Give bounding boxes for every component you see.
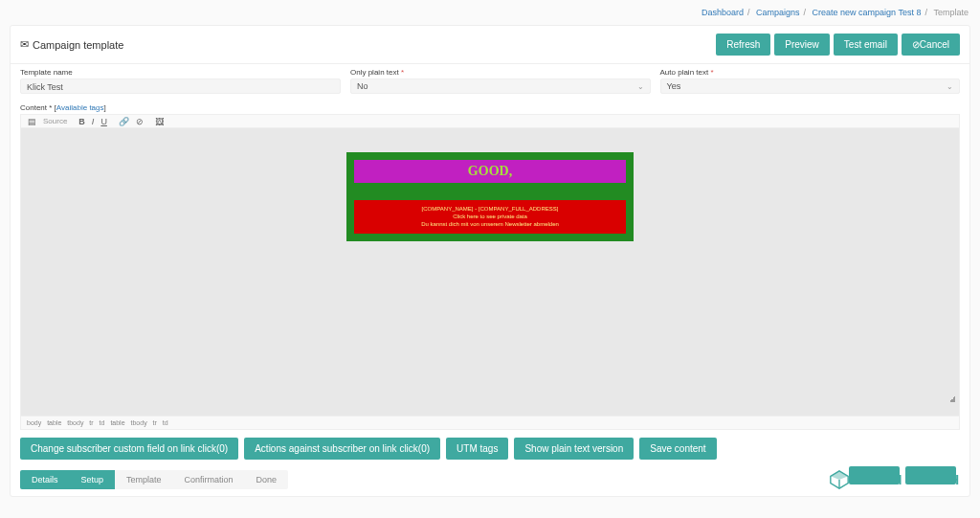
actions-against-subscriber-button[interactable]: Actions against subscriber on link click… bbox=[244, 438, 440, 460]
chevron-down-icon: ⌄ bbox=[947, 82, 953, 91]
breadcrumb-campaigns[interactable]: Campaigns bbox=[756, 8, 800, 17]
content-actions: Change subscriber custom field on link c… bbox=[11, 432, 969, 465]
nav-prev-button[interactable] bbox=[849, 466, 900, 484]
step-details[interactable]: Details bbox=[20, 470, 70, 489]
footer-nav bbox=[849, 466, 956, 484]
path-part[interactable]: td bbox=[163, 419, 168, 426]
save-content-button[interactable]: Save content bbox=[639, 438, 716, 460]
breadcrumb-create[interactable]: Create new campaign Test 8 bbox=[813, 8, 922, 17]
only-plain-value: No bbox=[357, 81, 368, 91]
preview-button[interactable]: Preview bbox=[774, 34, 830, 56]
footer-line-1: [COMPANY_NAME] - [COMPANY_FULL_ADDRESS] bbox=[358, 206, 622, 214]
auto-plain-value: Yes bbox=[667, 81, 681, 91]
cancel-label: Cancel bbox=[920, 39, 949, 50]
email-footer: [COMPANY_NAME] - [COMPANY_FULL_ADDRESS] … bbox=[354, 200, 626, 234]
chevron-down-icon: ⌄ bbox=[637, 82, 644, 91]
page-title-text: Campaign template bbox=[33, 39, 123, 51]
steps-row: Details Setup Template Confirmation Done… bbox=[11, 465, 969, 496]
only-plain-select[interactable]: No⌄ bbox=[350, 79, 651, 94]
show-plain-text-button[interactable]: Show plain text version bbox=[514, 438, 634, 460]
path-part[interactable]: tbody bbox=[131, 419, 147, 426]
refresh-button[interactable]: Refresh bbox=[716, 34, 770, 56]
auto-plain-group: Auto plain text * Yes⌄ bbox=[660, 68, 961, 94]
bold-icon[interactable]: B bbox=[76, 116, 88, 127]
footer-line-3: Du kannst dich mit von unserem Newslette… bbox=[358, 221, 622, 229]
template-card: ✉ Campaign template Refresh Preview Test… bbox=[10, 25, 970, 497]
link-icon[interactable]: 🔗 bbox=[116, 116, 132, 127]
envelope-icon: ✉ bbox=[20, 38, 29, 51]
wysiwyg-editor: ▤ Source B I U 🔗 ⊘ 🖼 GOOD, [COMPANY_NAME… bbox=[20, 114, 960, 430]
only-plain-group: Only plain text * No⌄ bbox=[350, 68, 651, 94]
svg-marker-1 bbox=[831, 471, 848, 480]
path-part[interactable]: td bbox=[100, 419, 105, 426]
step-setup[interactable]: Setup bbox=[70, 470, 116, 489]
prism-icon bbox=[829, 469, 850, 490]
source-button[interactable]: Source bbox=[40, 116, 70, 126]
form-row: Template name Klick Test Only plain text… bbox=[11, 64, 969, 103]
page-title: ✉ Campaign template bbox=[20, 38, 123, 51]
cancel-button[interactable]: ⊘Cancel bbox=[902, 34, 960, 56]
image-icon[interactable]: 🖼 bbox=[152, 116, 167, 127]
step-confirmation[interactable]: Confirmation bbox=[173, 470, 245, 489]
footer-line-2: Click here to see private data bbox=[358, 214, 622, 221]
available-tags-link[interactable]: Available tags bbox=[56, 103, 104, 112]
path-part[interactable]: body bbox=[27, 419, 41, 426]
email-preview: GOOD, [COMPANY_NAME] - [COMPANY_FULL_ADD… bbox=[346, 152, 634, 241]
wizard-steps: Details Setup Template Confirmation Done bbox=[20, 470, 288, 489]
path-part[interactable]: table bbox=[110, 419, 124, 426]
breadcrumb-dashboard[interactable]: Dashboard bbox=[702, 8, 744, 17]
breadcrumb-template: Template bbox=[933, 8, 969, 17]
utm-tags-button[interactable]: UTM tags bbox=[446, 438, 508, 460]
editor-canvas[interactable]: GOOD, [COMPANY_NAME] - [COMPANY_FULL_ADD… bbox=[21, 128, 959, 416]
breadcrumb: Dashboard/ Campaigns/ Create new campaig… bbox=[0, 0, 980, 25]
source-icon[interactable]: ▤ bbox=[25, 116, 39, 127]
auto-plain-select[interactable]: Yes⌄ bbox=[660, 79, 961, 94]
content-label: Content * [Available tags] bbox=[11, 103, 969, 112]
template-name-label: Template name bbox=[20, 68, 341, 77]
card-header: ✉ Campaign template Refresh Preview Test… bbox=[11, 26, 969, 64]
template-name-group: Template name Klick Test bbox=[20, 68, 341, 94]
path-part[interactable]: table bbox=[47, 419, 61, 426]
nav-next-button[interactable] bbox=[905, 466, 956, 484]
template-name-input[interactable]: Klick Test bbox=[20, 79, 341, 94]
only-plain-label: Only plain text * bbox=[350, 68, 651, 77]
header-actions: Refresh Preview Test email ⊘Cancel bbox=[716, 34, 960, 56]
italic-icon[interactable]: I bbox=[89, 116, 98, 127]
auto-plain-label: Auto plain text * bbox=[660, 68, 961, 77]
path-part[interactable]: tr bbox=[153, 419, 157, 426]
unlink-icon[interactable]: ⊘ bbox=[133, 116, 146, 127]
underline-icon[interactable]: U bbox=[98, 116, 110, 127]
editor-toolbar: ▤ Source B I U 🔗 ⊘ 🖼 bbox=[21, 115, 959, 128]
change-custom-field-button[interactable]: Change subscriber custom field on link c… bbox=[20, 438, 238, 460]
test-email-button[interactable]: Test email bbox=[834, 34, 898, 56]
step-done[interactable]: Done bbox=[245, 470, 289, 489]
step-template[interactable]: Template bbox=[115, 470, 173, 489]
resize-handle[interactable] bbox=[949, 396, 955, 402]
path-part[interactable]: tr bbox=[89, 419, 93, 426]
cancel-icon: ⊘ bbox=[912, 39, 920, 50]
element-path: body table tbody tr td table tbody tr td bbox=[21, 416, 959, 429]
path-part[interactable]: tbody bbox=[67, 419, 83, 426]
email-headline: GOOD, bbox=[354, 160, 626, 183]
